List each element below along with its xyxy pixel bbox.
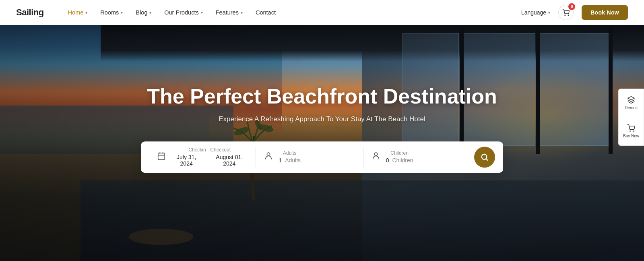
- adults-count: 1: [279, 157, 282, 164]
- checkin-date: July 31, 2024: [171, 154, 201, 167]
- svg-point-16: [634, 131, 634, 132]
- nav-item-blog[interactable]: Blog ▾: [136, 9, 151, 16]
- hero-title: The Perfect Beachfront Destination: [141, 85, 503, 109]
- hero-section: The Perfect Beachfront Destination Exper…: [0, 0, 644, 261]
- chevron-down-icon: ▾: [241, 10, 243, 15]
- person-icon: [264, 152, 273, 163]
- svg-line-13: [486, 159, 488, 160]
- shopping-cart-icon: [627, 124, 635, 132]
- adults-unit: Adults: [285, 157, 301, 164]
- nav-item-rooms[interactable]: Rooms ▾: [100, 9, 123, 16]
- svg-point-11: [374, 153, 377, 155]
- demos-panel[interactable]: Demos: [619, 89, 644, 117]
- book-now-button[interactable]: Book Now: [582, 5, 628, 20]
- children-label: Children: [386, 151, 413, 156]
- cart-badge: 0: [568, 3, 575, 10]
- adults-section[interactable]: Adults 1 Adults: [256, 151, 363, 164]
- child-icon: [372, 152, 380, 163]
- svg-point-10: [267, 153, 270, 155]
- navbar: Sailing Home ▾ Rooms ▾ Blog ▾ Our Produc…: [0, 0, 644, 25]
- adults-label: Adults: [279, 151, 301, 156]
- children-count: 0: [386, 157, 389, 164]
- svg-point-0: [565, 15, 566, 16]
- checkin-checkout-section[interactable]: Checkin - Checkout July 31, 2024 August …: [149, 147, 256, 167]
- chevron-down-icon: ▾: [149, 10, 151, 15]
- svg-rect-6: [158, 153, 165, 160]
- chevron-down-icon: ▾: [85, 10, 87, 15]
- date-range: July 31, 2024 August 01, 2024: [171, 154, 248, 167]
- search-bar: Checkin - Checkout July 31, 2024 August …: [141, 141, 503, 173]
- children-unit: Children: [392, 157, 413, 164]
- cart-button[interactable]: 0: [558, 5, 574, 20]
- children-section[interactable]: Children 0 Children: [363, 151, 470, 164]
- checkin-label: Checkin - Checkout: [171, 147, 248, 153]
- date-group: Checkin - Checkout July 31, 2024 August …: [171, 147, 248, 167]
- search-icon: [480, 153, 489, 162]
- nav-item-features[interactable]: Features ▾: [216, 9, 243, 16]
- nav-links: Home ▾ Rooms ▾ Blog ▾ Our Products ▾ Fea…: [68, 9, 521, 16]
- adults-value: 1 Adults: [279, 157, 301, 164]
- chevron-down-icon: ▾: [201, 10, 203, 15]
- nav-item-home[interactable]: Home ▾: [68, 9, 88, 16]
- svg-marker-14: [628, 96, 635, 99]
- children-value: 0 Children: [386, 157, 413, 164]
- nav-item-products[interactable]: Our Products ▾: [164, 9, 202, 16]
- chevron-down-icon: ▾: [121, 10, 123, 15]
- hero-content: The Perfect Beachfront Destination Exper…: [141, 85, 503, 173]
- hero-subtitle: Experience A Refreshing Approach To Your…: [141, 115, 503, 123]
- buy-now-panel[interactable]: Buy Now: [619, 117, 644, 145]
- adults-group: Adults 1 Adults: [279, 151, 301, 164]
- nav-item-contact[interactable]: Contact: [256, 9, 276, 16]
- logo[interactable]: Sailing: [16, 7, 44, 18]
- language-button[interactable]: Language ▾: [521, 9, 550, 16]
- calendar-icon: [157, 152, 166, 163]
- cart-icon: [562, 9, 570, 16]
- search-button[interactable]: [474, 147, 495, 168]
- svg-point-15: [630, 131, 631, 132]
- children-group: Children 0 Children: [386, 151, 413, 164]
- chevron-down-icon: ▾: [548, 10, 550, 15]
- layers-icon: [627, 96, 635, 104]
- side-panels: Demos Buy Now: [618, 89, 644, 146]
- svg-point-1: [568, 15, 569, 16]
- svg-point-12: [482, 154, 487, 160]
- nav-right: Language ▾ 0 Book Now: [521, 5, 628, 20]
- checkout-date: August 01, 2024: [211, 154, 248, 167]
